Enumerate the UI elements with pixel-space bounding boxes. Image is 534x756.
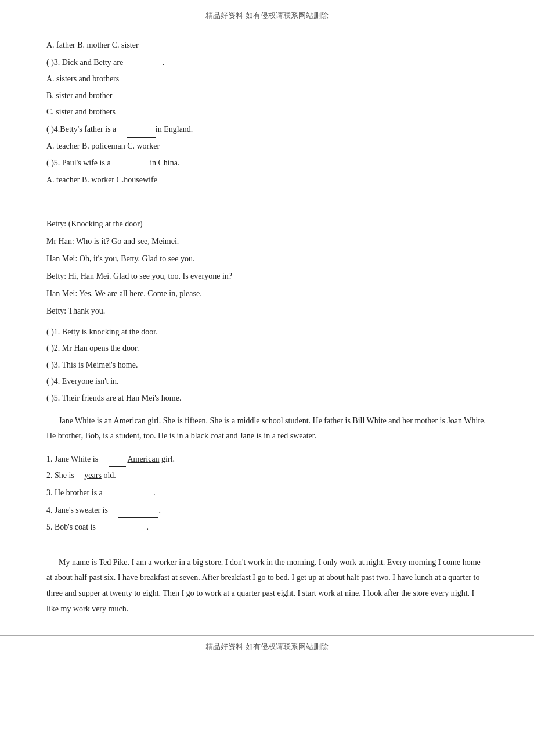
- fill1-l5-dot: .: [146, 523, 149, 531]
- mc-section: A. father B. mother C. sister ( )3. Dick…: [46, 38, 488, 188]
- mc-q4-suffix: in England.: [156, 125, 193, 134]
- fill1-l3-blank: [113, 485, 153, 501]
- fill1-line3: 3. He brother is a .: [46, 485, 488, 501]
- tf-line2: ( )2. Mr Han opens the door.: [46, 341, 488, 357]
- tf-line3: ( )3. This is Meimei's home.: [46, 358, 488, 373]
- page-footer: 精品好资料-如有侵权请联系网站删除: [0, 635, 534, 663]
- dialogue-line4: Betty: Hi, Han Mei. Glad to see you, too…: [46, 269, 488, 284]
- dialogue-line3: Han Mei: Oh, it's you, Betty. Glad to se…: [46, 251, 488, 267]
- passage2-text: My name is Ted Pike. I am a worker in a …: [46, 558, 481, 613]
- page-header: 精品好资料-如有侵权请联系网站删除: [0, 0, 534, 27]
- mc-line3: A. sisters and brothers: [46, 71, 488, 87]
- fill1-l1-underlined: American: [127, 455, 159, 463]
- fill1-l3-dot: .: [153, 488, 156, 497]
- fill1-l2-underlined: years: [84, 471, 102, 480]
- fill1-l5-blank: [106, 519, 146, 535]
- header-text: 精品好资料-如有侵权请联系网站删除: [205, 11, 329, 20]
- dialogue-line6: Betty: Thank you.: [46, 304, 488, 319]
- tf-line5: ( )5. Their friends are at Han Mei's hom…: [46, 391, 488, 406]
- tf-line4: ( )4. Everyone isn't in.: [46, 374, 488, 390]
- fill1-line1: 1. Jane White is American girl.: [46, 451, 488, 467]
- tf-line1: ( )1. Betty is knocking at the door.: [46, 325, 488, 340]
- spacer2: [46, 540, 488, 547]
- mc-line5: C. sister and brothers: [46, 105, 488, 120]
- dialogue-line1: Betty: (Knocking at the door): [46, 217, 488, 232]
- passage1-section: Jane White is an American girl. She is f…: [46, 413, 488, 444]
- fill1-line4: 4. Jane's sweater is .: [46, 502, 488, 519]
- fill1-l2-suffix: old.: [103, 471, 116, 480]
- fill1-l2-prefix: 2. She is: [46, 471, 74, 480]
- fill1-l1-suffix: girl.: [161, 455, 175, 463]
- passage1-text: Jane White is an American girl. She is f…: [46, 416, 486, 441]
- fill1-line2: 2. She is years old.: [46, 468, 488, 484]
- footer-text: 精品好资料-如有侵权请联系网站删除: [205, 642, 329, 651]
- spacer1: [46, 193, 488, 206]
- fill1-l3-prefix: 3. He brother is a: [46, 488, 103, 497]
- mc-line7: A. teacher B. policeman C. worker: [46, 139, 488, 154]
- fill1-line5: 5. Bob's coat is .: [46, 519, 488, 535]
- mc-line9: A. teacher B. worker C.housewife: [46, 172, 488, 188]
- mc-q5-blank: [121, 155, 150, 171]
- mc-q4-blank: [127, 121, 156, 138]
- fill1-l1-blank: [109, 451, 126, 467]
- dialogue-line5: Han Mei: Yes. We are all here. Come in, …: [46, 286, 488, 301]
- fill1-l4-prefix: 4. Jane's sweater is: [46, 506, 108, 514]
- mc-q4-prefix: ( )4.Betty's father is a: [46, 125, 116, 134]
- fill1-l1-prefix: 1. Jane White is: [46, 455, 98, 463]
- mc-q3-prefix: ( )3. Dick and Betty are: [46, 58, 123, 67]
- mc-line6: ( )4.Betty's father is a in England.: [46, 121, 488, 138]
- mc-line1: A. father B. mother C. sister: [46, 38, 488, 53]
- mc-q3-blank: [134, 55, 163, 71]
- page-wrapper: 精品好资料-如有侵权请联系网站删除 A. father B. mother C.…: [0, 0, 534, 663]
- fill1-l4-dot: .: [158, 506, 161, 514]
- main-content: A. father B. mother C. sister ( )3. Dick…: [0, 32, 534, 631]
- fill1-section: 1. Jane White is American girl. 2. She i…: [46, 451, 488, 535]
- tf-section: ( )1. Betty is knocking at the door. ( )…: [46, 325, 488, 406]
- mc-q5-suffix: in China.: [150, 159, 179, 167]
- fill1-l5-prefix: 5. Bob's coat is: [46, 523, 96, 531]
- mc-line8: ( )5. Paul's wife is a in China.: [46, 155, 488, 171]
- mc-q3-dot: .: [163, 58, 165, 67]
- mc-line4: B. sister and brother: [46, 88, 488, 104]
- passage2-section: My name is Ted Pike. I am a worker in a …: [46, 555, 488, 617]
- dialogue-section: Betty: (Knocking at the door) Mr Han: Wh…: [46, 217, 488, 318]
- mc-line2: ( )3. Dick and Betty are .: [46, 55, 488, 71]
- dialogue-line2: Mr Han: Who is it? Go and see, Meimei.: [46, 234, 488, 249]
- mc-q5-prefix: ( )5. Paul's wife is a: [46, 159, 111, 167]
- fill1-l4-blank: [118, 502, 158, 519]
